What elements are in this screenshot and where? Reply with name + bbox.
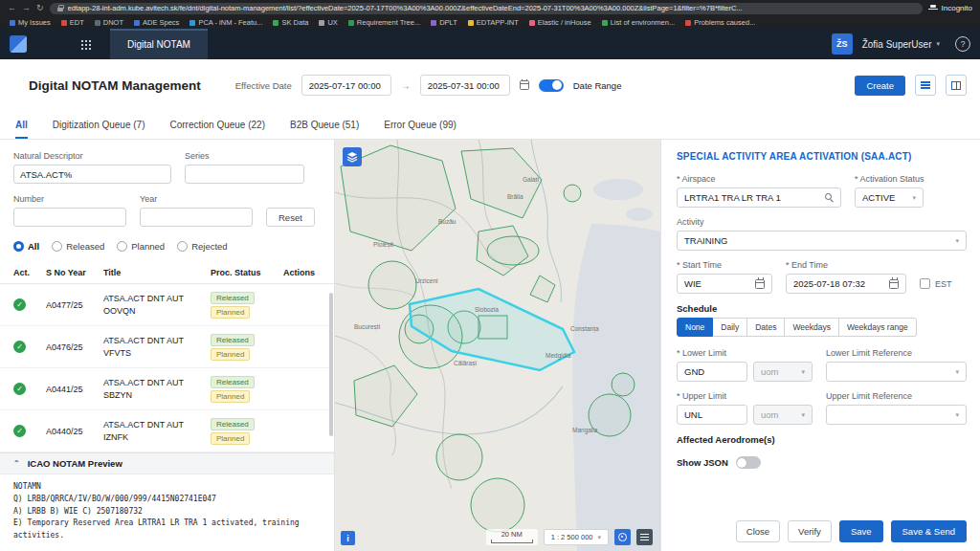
user-avatar[interactable]: ŽS: [832, 33, 853, 55]
est-checkbox[interactable]: [920, 278, 930, 289]
tab-correction-queue[interactable]: Correction Queue (22): [170, 111, 266, 139]
bookmark-item[interactable]: DNOT: [95, 18, 123, 27]
lower-limit-input[interactable]: [677, 362, 747, 382]
map[interactable]: Galați Brăila Buzău Ploiești Urziceni Sl…: [335, 140, 660, 551]
end-time-input[interactable]: [786, 274, 906, 294]
map-info-button[interactable]: i: [341, 531, 355, 545]
save-button[interactable]: Save: [839, 520, 883, 542]
saa-activation-form: SPECIAL ACTIVITY AREA ACTIVATION (SAA.AC…: [660, 140, 980, 551]
help-icon[interactable]: ?: [955, 36, 970, 52]
show-json-toggle[interactable]: [736, 456, 761, 469]
screen: ← → ↻ edtapp-28-int-adm.kube.avitech.sk/…: [0, 0, 980, 140]
bookmark-item[interactable]: Elastic / inHouse: [529, 18, 591, 27]
verify-button[interactable]: Verify: [788, 520, 832, 542]
series-input[interactable]: [185, 165, 304, 184]
radio-planned[interactable]: Planned: [117, 241, 165, 252]
bookmark-item[interactable]: PCA - iNM - Featu...: [189, 18, 262, 27]
schedule-none-button[interactable]: None: [677, 318, 713, 337]
queue-tabs: All Digitization Queue (7) Correction Qu…: [0, 111, 980, 140]
upper-limit-input[interactable]: [677, 405, 747, 425]
map-layers-button[interactable]: [343, 147, 362, 166]
activation-status-select[interactable]: ACTIVE ▾: [855, 187, 924, 208]
map-locate-button[interactable]: [614, 529, 631, 545]
upper-limit-uom-select[interactable]: uom ▾: [753, 405, 813, 425]
airspace-input[interactable]: [677, 187, 841, 208]
list-view-button[interactable]: [915, 75, 936, 96]
schedule-weekdays-button[interactable]: Weekdays: [785, 318, 839, 337]
bookmark-item[interactable]: SK Data: [273, 18, 308, 27]
tab-b2b-queue[interactable]: B2B Queue (51): [290, 111, 359, 139]
number-input[interactable]: [13, 208, 126, 227]
user-name: Žofia SuperUser: [862, 39, 932, 50]
tab-error-queue[interactable]: Error Queue (99): [384, 111, 457, 139]
address-bar[interactable]: edtapp-28-int-adm.kube.avitech.sk/fe/dnt…: [50, 3, 923, 14]
bookmark-item[interactable]: DPLT: [431, 18, 457, 27]
bookmark-item[interactable]: EDT: [61, 18, 84, 27]
lower-limit-uom-select[interactable]: uom ▾: [753, 362, 813, 382]
bookmark-label: PCA - iNM - Featu...: [198, 18, 262, 27]
reload-icon[interactable]: ↻: [36, 4, 44, 12]
create-button[interactable]: Create: [855, 76, 905, 96]
map-place-label: Brăila: [507, 193, 523, 200]
split-view-button[interactable]: [946, 75, 967, 96]
map-scale-select[interactable]: 1 : 2 500 000 ▾: [544, 529, 609, 545]
close-button[interactable]: Close: [736, 520, 780, 542]
bookmark-item[interactable]: Requirement Tree...: [348, 18, 420, 27]
title-cell: ATSA.ACT DNT AUT VFVTS: [103, 335, 211, 358]
nav-tab-digital-notam[interactable]: Digital NOTAM: [110, 29, 208, 59]
chevron-down-icon: ▾: [597, 534, 601, 541]
map-place-label: Buzău: [438, 218, 457, 225]
bookmark-item[interactable]: ADE Specs: [134, 18, 179, 27]
calendar-icon[interactable]: [889, 279, 899, 289]
notam-preview-header[interactable]: ⌃ ICAO NOTAM Preview: [0, 453, 334, 474]
app-logo-icon[interactable]: [10, 35, 27, 53]
schedule-weekdays-range-button[interactable]: Weekdays range: [839, 318, 917, 337]
table-row[interactable]: ✓ A0441/25 ATSA.ACT DNT AUT SBZYN Releas…: [0, 368, 334, 410]
radio-released[interactable]: Released: [52, 241, 104, 252]
bookmark-item[interactable]: My Issues: [10, 18, 51, 27]
lock-icon: [57, 8, 63, 11]
table-row[interactable]: ✓ A0477/25 ATSA.ACT DNT AUT OOVQN Releas…: [0, 284, 334, 326]
radio-all[interactable]: All: [13, 241, 39, 252]
chevron-down-icon: ▾: [912, 194, 916, 202]
bookmark-label: EDTAPP-INT: [477, 18, 519, 27]
title-cell: ATSA.ACT DNT AUT IZNFK: [103, 419, 211, 442]
save-and-send-button[interactable]: Save & Send: [891, 520, 967, 542]
start-time-input[interactable]: [677, 274, 772, 294]
map-menu-button[interactable]: [636, 529, 653, 545]
activity-select[interactable]: TRAINING ▾: [677, 231, 967, 251]
sno-year-cell: A0477/25: [46, 300, 103, 310]
search-icon[interactable]: [825, 193, 834, 202]
radio-icon: [13, 241, 24, 252]
date-range-toggle[interactable]: [539, 79, 564, 92]
natural-descriptor-input[interactable]: [13, 165, 171, 184]
table-row[interactable]: ✓ A0476/25 ATSA.ACT DNT AUT VFVTS Releas…: [0, 326, 334, 368]
map-canvas[interactable]: Galați Brăila Buzău Ploiești Urziceni Sl…: [335, 140, 660, 551]
effective-date-from-input[interactable]: [301, 75, 391, 96]
tab-all[interactable]: All: [15, 111, 28, 139]
radio-rejected[interactable]: Rejected: [177, 241, 228, 252]
back-icon[interactable]: ←: [8, 4, 16, 12]
upper-limit-reference-select[interactable]: ▾: [826, 405, 967, 425]
schedule-daily-button[interactable]: Daily: [713, 318, 747, 337]
bookmark-item[interactable]: Problems caused...: [685, 18, 755, 27]
effective-date-to-input[interactable]: [420, 75, 510, 96]
calendar-icon[interactable]: [520, 80, 529, 90]
reset-button[interactable]: Reset: [266, 208, 315, 227]
year-input[interactable]: [140, 208, 253, 227]
lower-limit-reference-select[interactable]: ▾: [826, 362, 967, 382]
calendar-icon[interactable]: [755, 279, 765, 289]
user-menu[interactable]: Žofia SuperUser ▾: [862, 39, 940, 50]
tab-digitization-queue[interactable]: Digitization Queue (7): [53, 111, 145, 139]
schedule-dates-button[interactable]: Dates: [747, 318, 785, 337]
active-check-icon: ✓: [13, 383, 26, 395]
bookmark-item[interactable]: EDTAPP-INT: [468, 18, 519, 27]
bookmark-item[interactable]: List of environmen...: [602, 18, 676, 27]
forward-icon[interactable]: →: [22, 4, 31, 12]
effective-date-label: Effective Date: [235, 80, 292, 91]
apps-grid-icon[interactable]: [80, 39, 91, 50]
layers-icon: [346, 151, 358, 163]
left-panel-scrollbar[interactable]: [329, 293, 333, 436]
bookmark-item[interactable]: UX: [319, 18, 337, 27]
table-row[interactable]: ✓ A0440/25 ATSA.ACT DNT AUT IZNFK Releas…: [0, 410, 334, 452]
